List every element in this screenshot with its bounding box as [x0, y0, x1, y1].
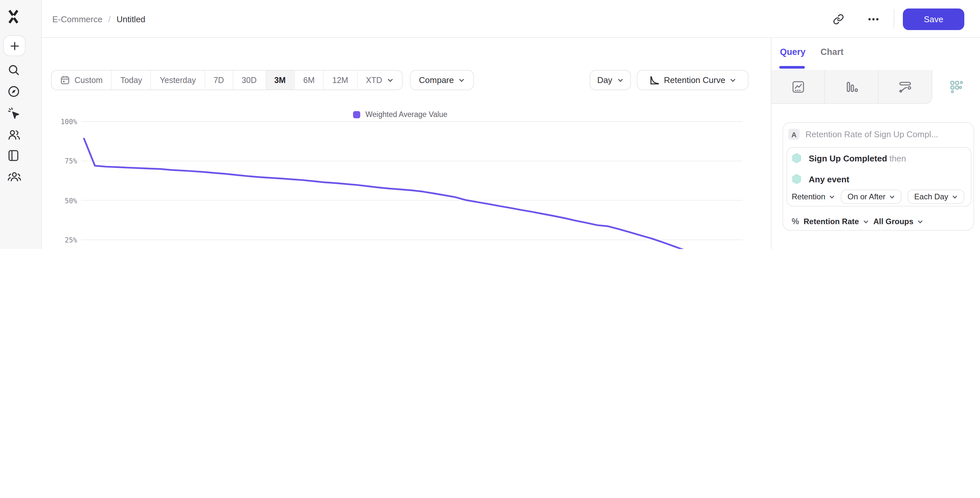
- more-options-icon[interactable]: [864, 10, 883, 28]
- new-report-button[interactable]: [3, 35, 25, 56]
- retention-mode-dropdown[interactable]: Retention: [792, 189, 835, 204]
- compare-label: Compare: [419, 75, 454, 85]
- retention-curve-icon: [649, 75, 659, 85]
- calendar-icon: [60, 75, 70, 85]
- chevron-down-icon: [889, 194, 895, 200]
- event-a-suffix: then: [889, 153, 906, 163]
- range-30d[interactable]: 30D: [233, 71, 266, 89]
- flow-chart-icon[interactable]: [879, 70, 932, 104]
- line-chart-icon[interactable]: [772, 70, 825, 104]
- chevron-down-icon: [730, 77, 737, 83]
- chevron-down-icon: [952, 194, 958, 200]
- retention-mode-label: Retention: [792, 192, 826, 201]
- audience-group-icon[interactable]: [7, 167, 35, 186]
- events-cursor-click-icon[interactable]: [7, 103, 35, 123]
- query-card: A Retention Rate of Sign Up Compl... Sig…: [783, 122, 974, 231]
- chevron-down-icon: [617, 77, 624, 83]
- tab-chart[interactable]: Chart: [821, 47, 844, 57]
- users-icon[interactable]: [7, 125, 35, 145]
- chevron-down-icon: [829, 194, 835, 200]
- y-tick-label: 50%: [48, 196, 77, 204]
- retention-curve-chart[interactable]: [42, 118, 771, 249]
- retention-window-dropdown[interactable]: On or After: [841, 189, 902, 204]
- y-tick-label: 25%: [48, 236, 77, 244]
- search-icon[interactable]: [7, 60, 35, 80]
- chevron-down-icon: [458, 77, 465, 83]
- sidebar: [0, 0, 42, 249]
- divider: [894, 9, 894, 29]
- legend-swatch: [353, 111, 360, 118]
- save-button[interactable]: Save: [903, 8, 964, 30]
- series-title[interactable]: Retention Rate of Sign Up Compl...: [805, 129, 938, 139]
- event-hexagon-icon: [792, 153, 802, 163]
- measure-label: Retention Rate: [803, 217, 859, 226]
- event-steps-card: Sign Up Completed then Any event Retenti…: [786, 147, 972, 207]
- range-xtd[interactable]: XTD: [357, 71, 402, 89]
- date-range-selector: CustomTodayYesterday7D30D3M6M12MXTD: [51, 70, 402, 90]
- y-tick-label: 100%: [48, 118, 77, 126]
- breadcrumb-separator: /: [108, 14, 110, 24]
- bar-chart-icon[interactable]: [825, 70, 879, 104]
- chart-type-dropdown[interactable]: Retention Curve: [637, 70, 749, 90]
- retention-interval-label: Each Day: [914, 192, 948, 201]
- notebook-icon[interactable]: [7, 146, 35, 165]
- breadcrumb-project[interactable]: E-Commerce: [52, 14, 102, 24]
- y-tick-label: 75%: [48, 157, 77, 165]
- range-12m[interactable]: 12M: [324, 71, 358, 89]
- retention-grid-icon[interactable]: [932, 70, 980, 104]
- range-today[interactable]: Today: [112, 71, 151, 89]
- percent-icon: %: [792, 217, 799, 226]
- retention-window-label: On or After: [848, 192, 886, 201]
- chevron-down-icon: [917, 219, 923, 224]
- explore-compass-icon[interactable]: [7, 82, 35, 101]
- app-window: E-Commerce / Untitled Save CustomTodayYe…: [0, 0, 980, 249]
- range-custom[interactable]: Custom: [52, 71, 112, 89]
- copy-link-icon[interactable]: [829, 10, 847, 28]
- chart-legend: Weighted Average Value: [353, 110, 447, 118]
- compare-button[interactable]: Compare: [410, 70, 474, 90]
- chart-type-label: Retention Curve: [664, 75, 725, 85]
- plus-icon: [10, 41, 19, 51]
- top-bar: E-Commerce / Untitled Save: [42, 0, 980, 38]
- granularity-label: Day: [597, 75, 612, 85]
- event-b-name: Any event: [809, 174, 849, 184]
- chart-type-strip: [772, 70, 980, 104]
- app-logo-icon: [6, 10, 20, 24]
- retention-interval-dropdown[interactable]: Each Day: [908, 189, 965, 204]
- event-hexagon-icon: [792, 174, 802, 184]
- groups-label: All Groups: [873, 217, 914, 226]
- range-yesterday[interactable]: Yesterday: [151, 71, 205, 89]
- series-badge: A: [788, 129, 800, 140]
- query-panel: Query Chart: [771, 38, 980, 249]
- granularity-dropdown[interactable]: Day: [590, 70, 631, 90]
- chevron-down-icon: [387, 77, 393, 83]
- panel-tabs: Query Chart: [772, 38, 980, 70]
- groups-dropdown[interactable]: All Groups: [873, 214, 923, 229]
- event-a-name: Sign Up Completed then: [809, 153, 906, 163]
- tab-query[interactable]: Query: [780, 47, 805, 57]
- event-step-a[interactable]: Sign Up Completed then: [792, 153, 906, 163]
- range-6m[interactable]: 6M: [295, 71, 324, 89]
- active-tab-underline: [779, 66, 805, 68]
- legend-label: Weighted Average Value: [366, 110, 447, 118]
- event-step-b[interactable]: Any event: [792, 174, 849, 184]
- breadcrumb: E-Commerce / Untitled: [52, 0, 145, 38]
- range-7d[interactable]: 7D: [205, 71, 233, 89]
- measure-dropdown[interactable]: Retention Rate: [803, 214, 869, 229]
- chevron-down-icon: [863, 219, 869, 224]
- retention-curve-line[interactable]: [84, 138, 739, 249]
- breadcrumb-page-title[interactable]: Untitled: [116, 14, 145, 24]
- range-3m[interactable]: 3M: [266, 71, 295, 89]
